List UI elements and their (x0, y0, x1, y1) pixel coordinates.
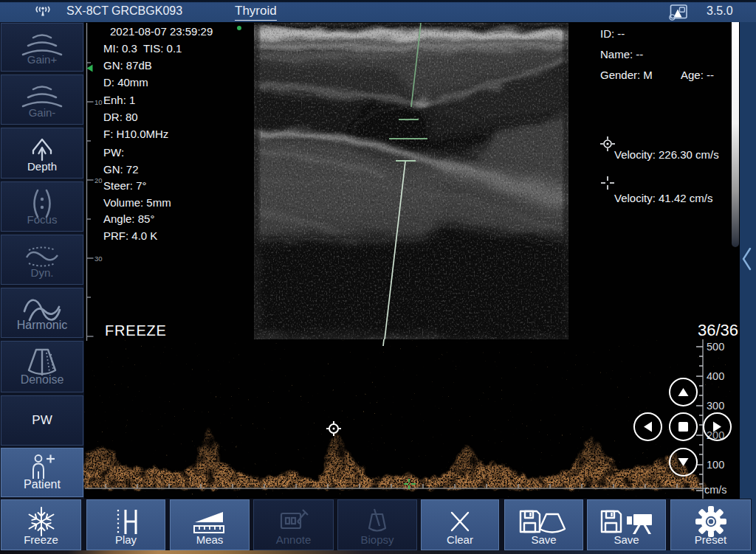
svg-text:cm/s: cm/s (704, 484, 727, 496)
svg-text:20: 20 (94, 176, 103, 184)
svg-text:300: 300 (707, 400, 724, 412)
svg-text:400: 400 (707, 370, 724, 382)
svg-text:100: 100 (707, 459, 724, 471)
svg-text:30: 30 (94, 255, 103, 263)
svg-text:10: 10 (94, 98, 103, 106)
svg-text:500: 500 (707, 341, 724, 353)
